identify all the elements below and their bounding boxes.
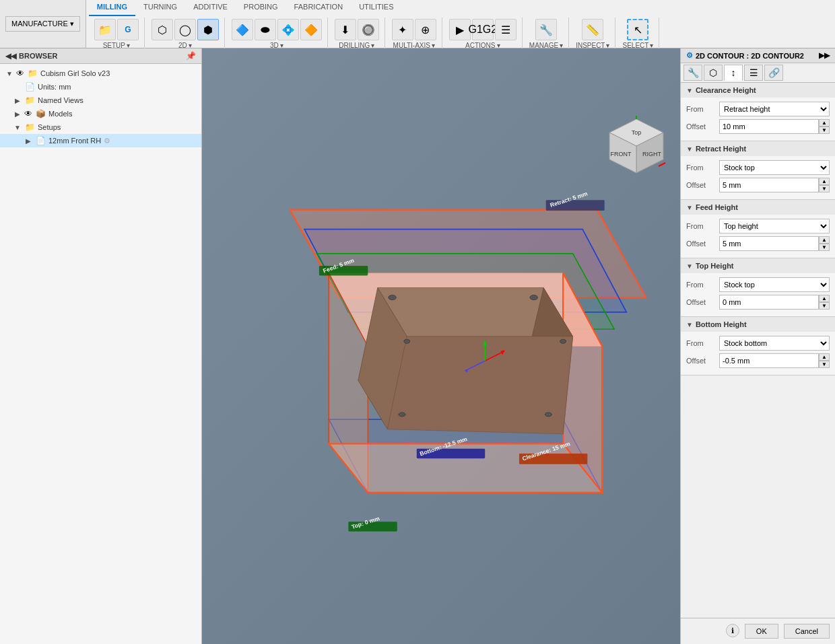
multiaxis-group: ✦ ⊕ MULTI-AXIS ▾: [387, 17, 442, 50]
tab-linking[interactable]: 🔗: [764, 65, 783, 81]
feed-offset-spinner: ▲ ▼: [819, 236, 830, 251]
bottom-height-header[interactable]: ▼ Bottom Height: [681, 317, 835, 332]
svg-point-25: [560, 339, 566, 343]
setups-icon: 📁: [24, 122, 35, 133]
clearance-height-label: Clearance Height: [696, 86, 756, 94]
retract-spinner-up[interactable]: ▲: [819, 178, 830, 185]
tree-item-units[interactable]: 📄 Units: mm: [0, 80, 201, 94]
tree-item-setups[interactable]: ▼ 📁 Setups: [0, 120, 201, 134]
tab-utilities[interactable]: UTILITIES: [351, 0, 401, 16]
setup-icon-2[interactable]: G: [117, 19, 139, 40]
drilling-icon-2[interactable]: 🔘: [358, 19, 379, 40]
manufacture-button[interactable]: MANUFACTURE ▾: [5, 16, 80, 32]
drilling-icon-1[interactable]: ⬇: [335, 19, 356, 40]
2d-group: ⬡ ◯ ⬢ 2D ▾: [146, 17, 225, 50]
feed-spinner-up[interactable]: ▲: [819, 236, 830, 244]
retract-spinner-down[interactable]: ▼: [819, 185, 830, 192]
bottom-spinner-up[interactable]: ▲: [819, 353, 830, 361]
tab-heights[interactable]: ↕: [724, 65, 743, 81]
manage-icon-1[interactable]: 🔧: [535, 19, 557, 40]
folder-icon-root: 📁: [27, 68, 38, 79]
info-button[interactable]: ℹ: [726, 624, 739, 637]
retract-height-section: ▼ Retract Height From Stock top Offset ▲: [681, 141, 835, 200]
models-label: Models: [48, 110, 72, 118]
tree-item-12mm-front-rh[interactable]: ▶ 📄 12mm Front RH ⚙: [0, 134, 201, 147]
tab-additive[interactable]: ADDITIVE: [185, 0, 236, 16]
setup-item-badge: ⚙: [104, 137, 110, 145]
top-from-select[interactable]: Stock top: [719, 277, 830, 292]
scene-svg: Retract: 5 mm Feed: 5 mm Bottom: -12.5 m…: [202, 48, 680, 644]
retract-from-select[interactable]: Stock top: [719, 160, 830, 175]
manufacture-menu[interactable]: MANUFACTURE ▾: [0, 0, 86, 48]
feed-height-body: From Top height Offset ▲ ▼: [681, 215, 835, 258]
tab-turning[interactable]: TURNING: [135, 0, 185, 16]
actions-icon-1[interactable]: ▶: [449, 19, 471, 40]
panel-footer: ℹ OK Cancel: [681, 618, 835, 644]
3d-icon-4[interactable]: 🔶: [300, 19, 322, 40]
2d-icon-1[interactable]: ⬡: [152, 19, 173, 40]
clearance-offset-input[interactable]: [719, 119, 819, 134]
top-offset-input[interactable]: [719, 295, 819, 310]
panel-op-icon: ⚙: [686, 51, 693, 60]
3d-icon-1[interactable]: 🔷: [232, 19, 253, 40]
retract-offset-input[interactable]: [719, 178, 819, 192]
ok-button[interactable]: OK: [745, 624, 778, 639]
select-icon-1[interactable]: ↖: [627, 19, 648, 40]
feed-from-row: From Top height: [686, 219, 830, 234]
setup-item-label: 12mm Front RH: [48, 137, 101, 145]
setup-item-icon: 📄: [35, 135, 46, 146]
tab-tool[interactable]: 🔧: [683, 65, 702, 81]
2d-icon-2[interactable]: ◯: [174, 19, 196, 40]
feed-from-select[interactable]: Top height: [719, 219, 830, 234]
clearance-arrow: ▼: [686, 87, 693, 94]
clearance-spinner-up[interactable]: ▲: [819, 119, 830, 127]
units-label: Units: mm: [38, 83, 71, 91]
tree-item-root[interactable]: ▼ 👁 📁 Cubism Girl Solo v23: [0, 67, 201, 80]
tab-fabrication[interactable]: FABRICATION: [286, 0, 352, 16]
multiaxis-icon-1[interactable]: ✦: [392, 19, 413, 40]
svg-point-27: [399, 413, 405, 417]
feed-spinner-down[interactable]: ▼: [819, 244, 830, 251]
inspect-icon-1[interactable]: 📏: [582, 19, 603, 40]
eye-icon-root[interactable]: 👁: [16, 69, 24, 78]
eye-icon-models[interactable]: 👁: [24, 109, 32, 118]
multiaxis-icon-2[interactable]: ⊕: [415, 19, 436, 40]
2d-icon-3[interactable]: ⬢: [197, 19, 219, 40]
feed-height-header[interactable]: ▼ Feed Height: [681, 200, 835, 215]
3d-icon-3[interactable]: 💠: [277, 19, 299, 40]
feed-offset-input[interactable]: [719, 236, 819, 251]
3d-icon-2[interactable]: ⬬: [255, 19, 276, 40]
viewport[interactable]: Top RIGHT FRONT X Y: [202, 48, 680, 644]
svg-point-28: [545, 413, 552, 417]
bottom-spinner-down[interactable]: ▼: [819, 361, 830, 368]
tab-passes[interactable]: ☰: [744, 65, 763, 81]
bottom-from-select[interactable]: Stock bottom: [719, 336, 830, 351]
top-height-body: From Stock top Offset ▲ ▼: [681, 273, 835, 316]
actions-icon-2[interactable]: G1G2: [472, 19, 494, 40]
actions-icon-3[interactable]: ☰: [495, 19, 516, 40]
clearance-height-header[interactable]: ▼ Clearance Height: [681, 83, 835, 98]
browser-pin-icon[interactable]: 📌: [186, 51, 196, 61]
panel-expand-icon[interactable]: ▶▶: [819, 51, 830, 60]
tree-item-models[interactable]: ▶ 👁 📦 Models: [0, 107, 201, 120]
tree-item-named-views[interactable]: ▶ 📁 Named Views: [0, 94, 201, 107]
cancel-button[interactable]: Cancel: [784, 624, 830, 639]
retract-from-row: From Stock top: [686, 160, 830, 175]
retract-height-header[interactable]: ▼ Retract Height: [681, 141, 835, 156]
top-offset-input-group: ▲ ▼: [719, 295, 830, 310]
clearance-spinner-down[interactable]: ▼: [819, 127, 830, 134]
tab-milling[interactable]: MILLING: [89, 0, 135, 16]
setup-group: 📁 G SETUP ▾: [89, 17, 145, 50]
setup-icon-1[interactable]: 📁: [94, 19, 116, 40]
top-from-label: From: [686, 281, 716, 289]
clearance-from-select[interactable]: Retract height: [719, 102, 830, 116]
tab-probing[interactable]: PROBING: [236, 0, 286, 16]
top-spinner-down[interactable]: ▼: [819, 302, 830, 310]
toolbar-tabs: MILLING TURNING ADDITIVE PROBING FABRICA…: [86, 0, 835, 16]
top-height-header[interactable]: ▼ Top Height: [681, 258, 835, 273]
clearance-offset-spinner: ▲ ▼: [819, 119, 830, 134]
tab-geometry[interactable]: ⬡: [704, 65, 723, 81]
top-spinner-up[interactable]: ▲: [819, 295, 830, 302]
browser-collapse-icon[interactable]: ◀◀: [5, 52, 16, 61]
bottom-offset-input[interactable]: [719, 353, 819, 368]
